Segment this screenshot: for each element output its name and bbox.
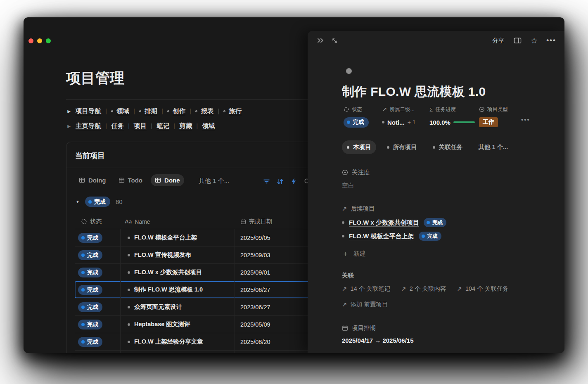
peek-view-tab[interactable]: 本项目 [342,140,376,154]
focus-property-label[interactable]: 关注度 [342,168,370,176]
nav-separator: | [217,107,220,115]
name-cell[interactable]: 制作 FLO.W 思流模板 1.0 [121,281,235,298]
peek-view-tab[interactable]: 其他 1 个... [474,140,513,154]
next-projects-label[interactable]: ↗ 后续项目 [342,205,375,213]
nav-link[interactable]: 创作 [173,107,185,116]
more-properties-icon[interactable]: ••• [521,116,530,123]
page-ring-icon [342,235,344,237]
add-predecessor-button[interactable]: ↗ 添加 前置项目 [342,301,388,308]
expand-page-icon[interactable] [330,36,339,45]
progress-percent: 100.0% [429,119,450,126]
group-collapse-icon[interactable]: ▼ [76,199,80,204]
related-project-item[interactable]: FLO.W 模板全平台上架 完成 [342,232,446,241]
name-cell[interactable]: FLO.W 模板全平台上架 [121,229,235,246]
name-cell[interactable]: Heptabase 图文测评 [121,316,235,333]
nav-link[interactable]: 笔记 [156,122,169,130]
toggle-collapsed-icon[interactable]: ▶ [66,109,72,114]
table-view-icon [79,177,85,183]
filter-icon[interactable] [263,178,270,185]
relation-more-count[interactable]: + 1 [408,119,416,126]
add-new-button[interactable]: ＋ 新建 [342,249,366,258]
column-header-name[interactable]: Aa Name [121,218,235,225]
name-cell[interactable]: FLO.W 上架经验分享文章 [121,333,235,350]
group-status-badge[interactable]: 完成 [85,197,110,207]
property-status[interactable]: 状态 完成 [344,106,369,127]
side-peek-layout-icon[interactable] [513,36,522,45]
peek-view-tab[interactable]: 关联任务 [428,140,468,154]
status-cell[interactable]: 完成 [75,264,121,281]
status-badge[interactable]: 完成 [344,117,369,128]
peek-view-tab[interactable]: 所有项目 [382,140,422,154]
schedule-property-label[interactable]: 项目排期 [342,324,376,332]
toggle-collapsed-icon[interactable]: ▶ [66,124,72,128]
row-title: 制作 FLO.W 思流模板 1.0 [134,286,203,294]
status-badge: 完成 [78,285,102,295]
view-tab-label: Doing [88,177,106,184]
column-header-status[interactable]: 状态 [75,218,121,225]
page-ring-icon [128,306,130,308]
close-window-button[interactable] [28,38,33,43]
view-tab[interactable]: Todo [114,174,147,186]
focus-property-value[interactable]: 空白 [342,182,354,190]
nav-link[interactable]: 任务 [111,122,124,130]
status-cell[interactable]: 完成 [75,316,121,333]
name-cell[interactable]: FLO.W x 少数派共创项目 [121,264,235,281]
peek-page-title[interactable]: 制作 FLO.W 思流模板 1.0 [342,83,486,100]
nav-link[interactable]: 剪藏 [179,122,192,130]
relation-link[interactable]: ↗ 2 个 关联内容 [401,285,446,293]
status-badge: 完成 [419,232,441,241]
relation-page-link[interactable]: Noti... [387,119,405,126]
status-cell[interactable]: 完成 [75,247,121,263]
type-select-badge[interactable]: 工作 [479,117,498,127]
nav-link[interactable]: 旅行 [229,107,242,116]
relation-arrow-icon: ↗ [382,106,387,113]
database-ring-icon [387,146,389,149]
share-button[interactable]: 分享 [492,37,504,45]
divider [66,99,308,100]
status-cell[interactable]: 完成 [75,299,121,315]
close-peek-double-chevron-icon[interactable] [316,36,325,45]
related-project-link[interactable]: FLO.W 模板全平台上架 [349,232,414,240]
row-title: Heptabase 图文测评 [134,320,190,328]
select-property-icon [479,107,485,112]
nav-link[interactable]: 报表 [201,107,213,116]
more-options-icon[interactable]: ••• [546,36,556,45]
nav-link[interactable]: 领域 [116,107,129,116]
schedule-date-range[interactable]: 2025/04/17 → 2025/06/15 [342,337,413,344]
nav-link[interactable]: 主页导航 [76,122,101,130]
related-project-item[interactable]: FLO.W x 少数派共创项目 完成 [342,218,446,227]
next-projects-list: FLO.W x 少数派共创项目 完成 FLO.W 模板全平台上架 完成 [342,218,446,241]
name-cell[interactable]: FLO.W 宣传视频发布 [121,247,235,263]
app-window: 项目管理 ▶ 项目导航 | 领域 | 排期 | 创作 | 报表 | 旅行 [24,17,564,353]
minimize-window-button[interactable] [37,38,42,43]
more-views-button[interactable]: 其他 1 个... [199,177,229,185]
page-ring-icon-large[interactable] [346,68,352,74]
automation-lightning-icon[interactable] [290,178,297,185]
related-project-link[interactable]: FLO.W x 少数派共创项目 [349,219,419,227]
nav-link[interactable]: 排期 [145,107,157,116]
nav-link[interactable]: 项目导航 [76,107,101,116]
nav-link[interactable]: 项目 [134,122,147,130]
relation-link[interactable]: ↗ 104 个 关联任务 [457,285,508,293]
nav-separator: | [189,107,192,115]
nav-link[interactable]: 领域 [202,122,215,130]
status-badge: 完成 [424,218,446,227]
status-cell[interactable]: 完成 [75,229,121,246]
status-dot [81,323,85,326]
favorite-star-icon[interactable]: ☆ [531,37,538,45]
status-cell[interactable]: 完成 [75,281,121,298]
database-toolbar-icons [263,178,311,185]
view-tab-label: Done [164,177,180,184]
status-badge: 完成 [78,268,102,277]
zoom-window-button[interactable] [46,38,51,43]
name-cell[interactable]: 众筹页面元素设计 [121,299,235,315]
property-type[interactable]: 项目类型 工作 [479,106,508,127]
property-parent-relation[interactable]: ↗ 所属二级... Noti... + 1 [382,106,416,127]
view-tab[interactable]: Done [151,174,184,186]
view-tab[interactable]: Doing [75,174,110,186]
sort-icon[interactable] [276,178,284,185]
page-ring-icon [223,110,225,112]
status-cell[interactable]: 完成 [75,333,121,350]
relation-link[interactable]: ↗ 14 个 关联笔记 [342,285,390,293]
property-progress[interactable]: Σ 任务进度 100.0% [429,106,475,127]
